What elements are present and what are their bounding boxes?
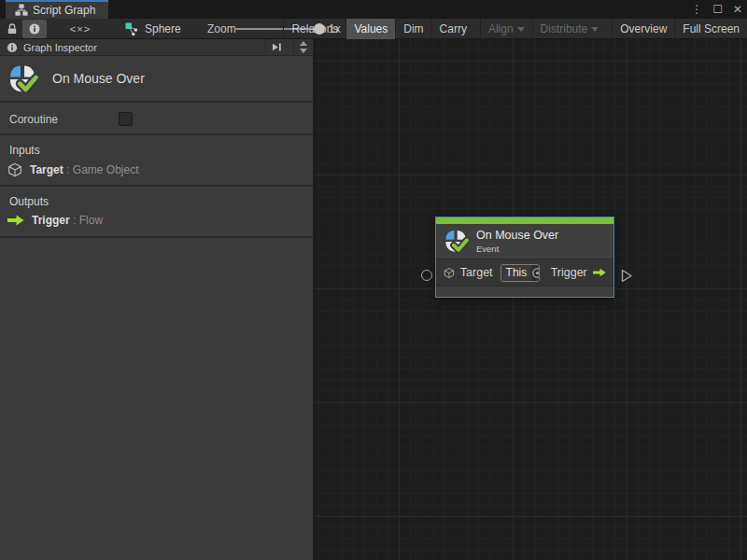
full-screen-button[interactable]: Full Screen bbox=[674, 19, 747, 39]
graph-inspector-header: Graph Inspector bbox=[0, 39, 313, 56]
inputs-section: Inputs Target : Game Object bbox=[0, 137, 313, 187]
output-type: Flow bbox=[79, 214, 103, 227]
outputs-section: Outputs Trigger : Flow bbox=[0, 189, 313, 238]
lock-icon bbox=[6, 22, 19, 35]
carry-label: Carry bbox=[440, 22, 467, 35]
output-name: Trigger bbox=[32, 214, 70, 227]
info-icon bbox=[28, 22, 41, 35]
zoom-label: Zoom bbox=[207, 22, 236, 35]
scrub-down-icon bbox=[300, 49, 307, 53]
values-label: Values bbox=[354, 22, 388, 35]
unit-title-row: On Mouse Over bbox=[0, 56, 313, 103]
node-footer bbox=[436, 287, 613, 297]
window-close-icon[interactable]: ✕ bbox=[733, 3, 742, 16]
node-input-label: Target bbox=[460, 266, 493, 279]
coroutine-label: Coroutine bbox=[9, 113, 58, 126]
on-mouse-over-icon bbox=[7, 63, 38, 94]
align-label: Align bbox=[488, 22, 514, 35]
overview-button[interactable]: Overview bbox=[612, 19, 674, 39]
graph-canvas[interactable]: On Mouse Over Event Target This Trigger bbox=[315, 39, 747, 560]
script-graph-icon bbox=[15, 4, 28, 17]
relations-label: Relations bbox=[291, 22, 338, 35]
full-screen-label: Full Screen bbox=[683, 22, 740, 35]
on-mouse-over-icon bbox=[444, 229, 469, 254]
inspector-header-title: Graph Inspector bbox=[23, 42, 97, 53]
window-maximize-icon[interactable]: ☐ bbox=[712, 3, 723, 16]
align-button[interactable]: Align bbox=[480, 19, 532, 39]
node-input-port[interactable] bbox=[421, 270, 432, 281]
graph-toolbar: <×> Sphere Zoom 1x Relations Values Dim … bbox=[0, 19, 747, 39]
window-menu-icon[interactable]: ⋮ bbox=[691, 3, 702, 16]
outputs-header: Outputs bbox=[9, 195, 49, 208]
unit-title: On Mouse Over bbox=[52, 71, 145, 86]
cube-icon bbox=[444, 266, 455, 280]
node-header: On Mouse Over Event bbox=[436, 224, 613, 259]
event-color-bar bbox=[436, 217, 613, 224]
flow-arrow-icon bbox=[7, 215, 24, 226]
relations-button[interactable]: Relations bbox=[283, 19, 345, 39]
input-type: Game Object bbox=[73, 163, 139, 176]
chevron-down-icon bbox=[591, 27, 599, 32]
window-tab-bar: Script Graph ⋮ ☐ ✕ bbox=[0, 0, 747, 19]
output-row-trigger: Trigger : Flow bbox=[7, 214, 103, 227]
cube-icon bbox=[7, 162, 22, 177]
dock-icon bbox=[271, 41, 283, 53]
node-port-row: Target This Trigger bbox=[436, 259, 613, 287]
scrub-up-icon bbox=[300, 41, 307, 46]
coroutine-row: Coroutine bbox=[0, 105, 313, 135]
node-output-label: Trigger bbox=[551, 266, 587, 279]
distribute-button[interactable]: Distribute bbox=[532, 19, 607, 39]
node-subtitle: Event bbox=[476, 244, 558, 254]
lock-button[interactable] bbox=[3, 20, 21, 38]
distribute-label: Distribute bbox=[541, 22, 588, 35]
graph-breadcrumb[interactable]: Sphere bbox=[125, 19, 181, 39]
flow-arrow-icon bbox=[593, 267, 606, 278]
on-mouse-over-node[interactable]: On Mouse Over Event Target This Trigger bbox=[435, 217, 614, 298]
values-button[interactable]: Values bbox=[345, 19, 395, 39]
output-colon: : bbox=[73, 214, 76, 227]
code-icon: <×> bbox=[70, 23, 91, 35]
carry-button[interactable]: Carry bbox=[431, 19, 474, 39]
target-value: This bbox=[501, 265, 532, 281]
input-row-target: Target : Game Object bbox=[7, 162, 139, 177]
graph-inspector-panel: Graph Inspector On Mouse Over Coroutine … bbox=[0, 39, 314, 560]
target-value-picker[interactable]: This bbox=[500, 264, 540, 282]
graph-icon bbox=[125, 22, 139, 36]
coroutine-checkbox[interactable] bbox=[119, 112, 133, 126]
panel-scrubber[interactable] bbox=[293, 39, 313, 56]
tab-script-graph[interactable]: Script Graph bbox=[6, 0, 108, 19]
dim-label: Dim bbox=[403, 22, 423, 35]
dim-button[interactable]: Dim bbox=[395, 19, 430, 39]
node-output-port[interactable] bbox=[620, 268, 634, 284]
inspector-toggle-button[interactable] bbox=[22, 20, 47, 38]
chevron-down-icon bbox=[517, 27, 525, 32]
graph-name: Sphere bbox=[145, 22, 181, 35]
input-colon: : bbox=[66, 163, 69, 176]
code-preview-button[interactable]: <×> bbox=[66, 20, 94, 38]
inputs-header: Inputs bbox=[9, 144, 40, 157]
target-picker-icon[interactable] bbox=[531, 265, 539, 281]
input-name: Target bbox=[30, 163, 63, 176]
node-title: On Mouse Over bbox=[476, 229, 558, 244]
info-icon bbox=[7, 42, 18, 53]
tab-label: Script Graph bbox=[33, 4, 95, 17]
dock-panel-button[interactable] bbox=[265, 39, 288, 56]
overview-label: Overview bbox=[620, 22, 667, 35]
